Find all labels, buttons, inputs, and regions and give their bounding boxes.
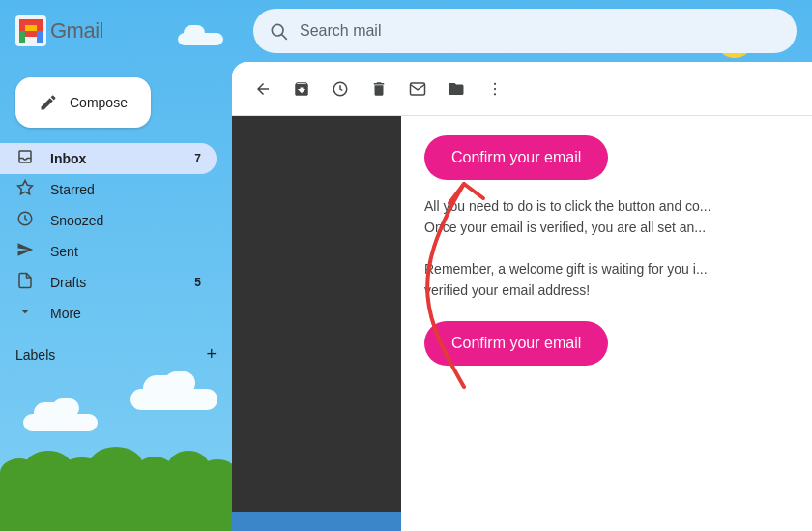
gmail-logo: Gmail <box>15 15 238 46</box>
main-area: Compose Inbox 7 Starred Snooz <box>0 62 812 531</box>
svg-rect-33 <box>37 31 43 37</box>
svg-rect-29 <box>37 25 43 31</box>
email-pane: Confirm your email All you need to do is… <box>232 62 812 531</box>
email-body: Confirm your email All you need to do is… <box>232 116 812 531</box>
svg-rect-23 <box>25 19 31 25</box>
gmail-logo-icon <box>15 15 46 46</box>
inbox-badge: 7 <box>194 152 201 165</box>
snooze-button[interactable] <box>325 74 356 104</box>
inbox-icon <box>15 148 35 169</box>
svg-point-41 <box>494 82 496 84</box>
svg-rect-28 <box>31 25 37 31</box>
compose-label: Compose <box>70 95 128 110</box>
svg-rect-27 <box>25 25 31 31</box>
inbox-label: Inbox <box>50 151 86 166</box>
svg-rect-32 <box>31 31 37 37</box>
back-button[interactable] <box>247 74 278 104</box>
svg-rect-35 <box>37 37 43 43</box>
svg-rect-31 <box>25 31 31 37</box>
search-bar[interactable]: Search mail <box>253 9 797 53</box>
starred-label: Starred <box>50 182 95 197</box>
svg-rect-22 <box>19 19 25 25</box>
compose-button[interactable]: Compose <box>15 77 151 128</box>
email-content: Confirm your email All you need to do is… <box>401 116 812 531</box>
svg-rect-24 <box>31 19 37 25</box>
snoozed-icon <box>15 210 35 231</box>
labels-title: Labels <box>15 347 55 363</box>
confirm-email-button-top[interactable]: Confirm your email <box>424 135 608 180</box>
labels-add-icon[interactable]: + <box>206 344 217 365</box>
delete-button[interactable] <box>363 74 394 104</box>
more-chevron-icon <box>15 303 35 324</box>
starred-icon <box>15 179 35 200</box>
sidebar-item-snoozed[interactable]: Snoozed <box>0 205 217 236</box>
compose-icon <box>39 93 58 112</box>
sidebar-item-sent[interactable]: Sent <box>0 236 217 267</box>
top-bar: Gmail Search mail <box>0 0 812 62</box>
sent-icon <box>15 241 35 262</box>
labels-section: Labels + <box>0 337 232 372</box>
gmail-logo-text: Gmail <box>50 18 103 44</box>
email-image-panel <box>232 116 401 531</box>
search-icon <box>269 21 288 41</box>
sidebar-item-starred[interactable]: Starred <box>0 174 217 205</box>
more-label: More <box>50 306 81 321</box>
email-toolbar <box>232 62 812 116</box>
drafts-badge: 5 <box>194 276 201 289</box>
mark-unread-button[interactable] <box>402 74 433 104</box>
sidebar-item-drafts[interactable]: Drafts 5 <box>0 267 217 298</box>
svg-line-37 <box>282 35 287 40</box>
sidebar-item-more[interactable]: More <box>0 298 217 329</box>
email-text-2: Remember, a welcome gift is waiting for … <box>424 258 789 302</box>
more-options-button[interactable] <box>479 74 510 104</box>
email-text-1: All you need to do is to click the butto… <box>424 195 789 239</box>
app-container: Gmail Search mail Compose <box>0 0 812 531</box>
svg-point-43 <box>494 93 496 95</box>
confirm-email-button-bottom[interactable]: Confirm your email <box>424 321 608 366</box>
sidebar: Compose Inbox 7 Starred Snooz <box>0 62 232 531</box>
archive-button[interactable] <box>286 74 317 104</box>
svg-point-42 <box>494 87 496 89</box>
svg-rect-25 <box>37 19 43 25</box>
sidebar-item-inbox[interactable]: Inbox 7 <box>0 143 217 174</box>
drafts-label: Drafts <box>50 275 86 290</box>
svg-rect-30 <box>19 31 25 37</box>
svg-marker-38 <box>18 181 33 194</box>
search-text: Search mail <box>300 22 781 40</box>
svg-rect-34 <box>19 37 25 43</box>
svg-rect-26 <box>19 25 25 31</box>
snoozed-label: Snoozed <box>50 213 103 228</box>
move-button[interactable] <box>441 74 472 104</box>
sent-label: Sent <box>50 244 78 259</box>
drafts-icon <box>15 272 35 293</box>
